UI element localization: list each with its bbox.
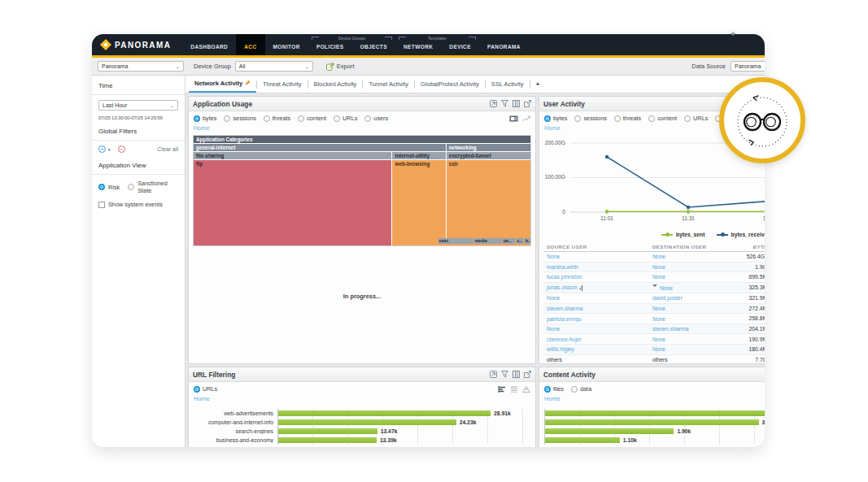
device-group-select[interactable]: All ⌄ [235, 61, 313, 72]
remove-filter-button[interactable]: − [118, 145, 125, 153]
table-row[interactable]: steven.sharmaNone272.4M1 [543, 303, 765, 314]
risk-option[interactable]: Risk [98, 180, 120, 194]
table-row[interactable]: NoneNone526.4G150 [543, 252, 765, 263]
filter-content[interactable]: content [298, 115, 326, 122]
filter-bytes[interactable]: bytes [194, 115, 216, 122]
list-view-icon[interactable] [510, 386, 518, 393]
filter-urls[interactable]: URLs [684, 115, 708, 122]
bar-value-label: 13.47k [381, 428, 398, 434]
export-button[interactable]: Export [326, 63, 355, 71]
time-range-select[interactable]: Last Hour ⌄ [98, 100, 178, 111]
application-usage-header: Application Usage [189, 97, 535, 111]
treemap-leaf-web-browsing[interactable]: web-browsing [392, 160, 445, 245]
jump-to-logs-icon[interactable] [524, 100, 531, 107]
tab-network-activity[interactable]: Network Activity ✎ [189, 76, 256, 93]
filter-urls[interactable]: URLs [334, 115, 357, 122]
bar[interactable] [278, 428, 377, 434]
bar[interactable] [278, 437, 377, 443]
treemap-leaf-small-3[interactable]: b... [525, 238, 530, 245]
tab-threat-activity[interactable]: Threat Activity [257, 76, 308, 93]
col-destination-user[interactable]: DESTINATION USER [649, 243, 728, 252]
filter-content[interactable]: content [648, 115, 677, 122]
filter-sessions[interactable]: sessions [574, 115, 606, 122]
filter-data[interactable]: data [571, 385, 591, 393]
add-tab-button[interactable]: + [530, 76, 545, 93]
clear-all-link[interactable]: Clear all [157, 146, 178, 152]
treemap-leaf-ftp[interactable]: ftp [194, 160, 391, 245]
table-row[interactable]: Nonedavid.poster321.9M11 [543, 293, 765, 304]
filter-bytes[interactable]: bytes [544, 115, 567, 122]
bar[interactable] [545, 410, 765, 416]
treemap-node-encrypted-tunnel[interactable]: encrypted-tunnel [447, 152, 530, 159]
treemap-leaf-media[interactable]: media [474, 238, 502, 245]
tab-globalprotect-activity[interactable]: GlobalProtect Activity [415, 76, 485, 93]
breadcrumb-home-link[interactable]: Home [189, 124, 535, 134]
maximize-icon[interactable] [490, 371, 497, 378]
pyramid-view-icon[interactable] [522, 386, 530, 393]
filter-users[interactable]: users [364, 115, 388, 122]
panorama-app-window: PANORAMA DASHBOARD ACC MONITOR Device Gr… [92, 34, 765, 447]
table-row[interactable]: clarence.hujerNone190.9M1 [543, 334, 765, 345]
table-row[interactable]: patricia.enriquNone258.8M2 [543, 314, 765, 324]
breadcrumb-home-link[interactable]: Home [539, 395, 765, 405]
legend-bytes-received[interactable]: bytes_received [717, 232, 765, 237]
treemap-node-general-internet[interactable]: general-internet [194, 144, 446, 151]
treemap-node-file-sharing[interactable]: file-sharing [194, 152, 391, 159]
nav-panorama[interactable]: PANORAMA [479, 34, 529, 55]
table-row[interactable]: lucas.johnstonNone699.5M2 [543, 272, 765, 283]
filter-label: users [373, 115, 388, 122]
chevron-down-icon[interactable] [652, 284, 657, 289]
filter-sessions[interactable]: sessions [224, 115, 255, 122]
sanctioned-state-option[interactable]: Sanctioned State [128, 180, 178, 194]
bar[interactable] [278, 410, 491, 416]
tab-ssl-activity[interactable]: SSL Activity [486, 76, 530, 93]
table-row[interactable]: willis.higleyNone180.4M1 [543, 345, 765, 355]
table-row[interactable]: othersothers7.7G44 [543, 354, 765, 364]
nav-dashboard[interactable]: DASHBOARD [182, 34, 236, 55]
table-row[interactable]: Nonesteven.sharma204.1M2 [543, 324, 765, 334]
table-icon[interactable] [513, 100, 520, 107]
tab-blocked-activity[interactable]: Blocked Activity [308, 76, 363, 93]
treemap-leaf-saas[interactable]: saas [438, 238, 473, 245]
filter-threats[interactable]: threats [614, 115, 641, 122]
application-usage-filters: bytes sessions threats content URLs user… [189, 111, 535, 124]
bar[interactable] [545, 419, 759, 425]
filter-files[interactable]: files [544, 385, 564, 393]
treemap-leaf-small-2[interactable]: c... [517, 238, 524, 245]
maximize-icon[interactable] [490, 100, 497, 107]
filter-urls[interactable]: URLs [194, 385, 217, 393]
treemap-view-icon[interactable] [509, 115, 518, 122]
breadcrumb-home-link[interactable]: Home [189, 395, 535, 405]
table-icon[interactable] [513, 371, 520, 378]
add-filter-button[interactable]: + [98, 145, 106, 153]
context-select[interactable]: Panorama ⌄ [98, 61, 184, 72]
treemap-node-internet-utility[interactable]: internet-utility [392, 152, 445, 159]
col-bytes[interactable]: BYTES [728, 243, 765, 252]
pencil-icon[interactable]: ✎ [245, 80, 251, 87]
filter-icon[interactable] [501, 371, 508, 378]
table-row[interactable]: jonas.olssonNone325.3M2 [543, 282, 765, 293]
filter-threats[interactable]: threats [264, 115, 290, 122]
chevron-down-icon[interactable]: ▾ [108, 147, 111, 152]
content-activity-title: Content Activity [543, 371, 595, 379]
data-source-select[interactable]: Panorama [731, 61, 765, 72]
treemap-root-label[interactable]: Application Categories [194, 136, 530, 143]
treemap-leaf-small-1[interactable]: un... [503, 238, 516, 245]
nav-monitor[interactable]: MONITOR [265, 34, 308, 55]
nav-acc[interactable]: ACC [236, 34, 264, 55]
bar[interactable] [545, 437, 620, 443]
filter-icon[interactable] [501, 100, 508, 107]
col-source-user[interactable]: SOURCE USER [543, 243, 649, 252]
legend-bytes-sent[interactable]: bytes_sent [661, 232, 705, 237]
tab-tunnel-activity[interactable]: Tunnel Activity [363, 76, 414, 93]
bar-track: 24.23k [277, 418, 535, 427]
treemap-leaf-ssh[interactable]: ssh [447, 160, 530, 245]
jump-to-logs-icon[interactable] [524, 371, 531, 378]
bar-chart-view-icon[interactable] [498, 386, 506, 393]
show-system-events-option[interactable]: Show system events [98, 201, 178, 208]
bar[interactable] [545, 428, 674, 434]
table-row[interactable]: marsha.wirthNone1.9G2 [543, 262, 765, 272]
bar[interactable] [278, 419, 456, 425]
trend-view-icon[interactable] [522, 115, 530, 122]
treemap-node-networking[interactable]: networking [447, 144, 530, 151]
